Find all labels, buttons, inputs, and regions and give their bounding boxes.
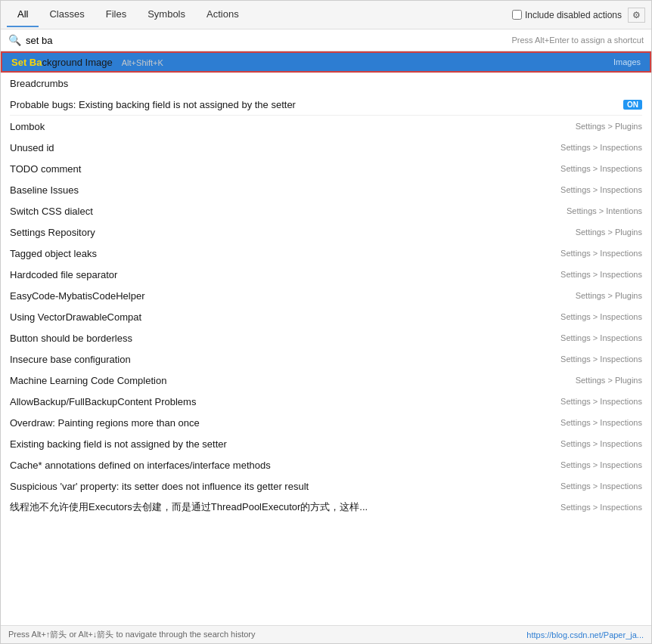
result-item-suspicious-var[interactable]: Suspicious 'var' property: its setter do… [1, 475, 651, 497]
result-name-lombok: Lombok [10, 121, 570, 132]
result-name-suspicious-var: Suspicious 'var' property: its setter do… [10, 481, 554, 492]
include-disabled-checkbox[interactable] [512, 10, 522, 20]
result-name-allowbackup: AllowBackup/FullBackupContent Problems [10, 396, 554, 407]
result-name-vectordrawablecompat: Using VectorDrawableCompat [10, 311, 554, 323]
result-path-allowbackup: Settings > Inspections [560, 397, 642, 406]
tab-all[interactable]: All [7, 2, 39, 27]
tab-right-controls: Include disabled actions ⚙ [512, 8, 645, 23]
result-path-settings-repository: Settings > Plugins [576, 228, 642, 237]
result-name-existing-backing-field: Existing backing field is not assigned b… [10, 438, 554, 450]
result-item-set-background-image[interactable]: Set Background Image Alt+Shift+K Images [1, 51, 651, 73]
gear-button[interactable]: ⚙ [628, 8, 645, 23]
result-item-button-borderless[interactable]: Button should be borderless Settings > I… [1, 327, 651, 348]
result-item-baseline-issues[interactable]: Baseline Issues Settings > Inspections [1, 179, 651, 200]
result-name-easycode: EasyCode-MybatisCodeHelper [10, 290, 570, 302]
result-name-todo-comment: TODO comment [10, 163, 554, 175]
result-name-machine-learning: Machine Learning Code Completion [10, 375, 570, 386]
results-list: Set Background Image Alt+Shift+K Images … [1, 51, 651, 625]
result-path-cache-annotations: Settings > Inspections [560, 460, 642, 469]
result-path-lombok: Settings > Plugins [576, 122, 642, 131]
result-path-switch-css-dialect: Settings > Intentions [567, 206, 642, 215]
result-name-baseline-issues: Baseline Issues [10, 184, 554, 196]
result-item-allowbackup[interactable]: AllowBackup/FullBackupContent Problems S… [1, 391, 651, 412]
result-name-rest: ckground Image [42, 57, 112, 68]
include-disabled-text: Include disabled actions [525, 10, 622, 20]
result-path-machine-learning: Settings > Plugins [576, 376, 642, 385]
result-name-set-background: Set Background Image Alt+Shift+K [11, 57, 607, 68]
result-item-insecure-base-config[interactable]: Insecure base configuration Settings > I… [1, 348, 651, 370]
result-name-insecure-base-config: Insecure base configuration [10, 354, 554, 365]
result-name-thread-pool: 线程池不允许使用Executors去创建，而是通过ThreadPoolExecu… [10, 500, 554, 514]
result-item-existing-backing-field[interactable]: Existing backing field is not assigned b… [1, 433, 651, 454]
result-item-tagged-object-leaks[interactable]: Tagged object leaks Settings > Inspectio… [1, 243, 651, 264]
result-path-existing-backing-field: Settings > Inspections [560, 439, 642, 448]
status-bar-left: Press Alt+↑箭头 or Alt+↓箭头 to navigate thr… [8, 629, 256, 640]
result-item-overdraw[interactable]: Overdraw: Painting regions more than onc… [1, 412, 651, 433]
main-container: All Classes Files Symbols Actions Includ… [0, 0, 652, 644]
result-item-settings-repository[interactable]: Settings Repository Settings > Plugins [1, 221, 651, 243]
result-item-switch-css-dialect[interactable]: Switch CSS dialect Settings > Intentions [1, 200, 651, 221]
result-item-cache-annotations[interactable]: Cache* annotations defined on interfaces… [1, 454, 651, 475]
result-name-settings-repository: Settings Repository [10, 227, 570, 238]
result-name-cache-annotations: Cache* annotations defined on interfaces… [10, 460, 554, 471]
result-item-todo-comment[interactable]: TODO comment Settings > Inspections [1, 158, 651, 179]
result-item-breadcrumbs[interactable]: Breadcrumbs [1, 73, 651, 94]
result-path-easycode: Settings > Plugins [576, 291, 642, 300]
on-badge: ON [623, 100, 642, 110]
result-name-switch-css-dialect: Switch CSS dialect [10, 206, 560, 217]
include-disabled-label[interactable]: Include disabled actions [512, 10, 622, 20]
result-path-button-borderless: Settings > Inspections [560, 333, 642, 342]
result-name-button-borderless: Button should be borderless [10, 333, 554, 344]
result-item-easycode[interactable]: EasyCode-MybatisCodeHelper Settings > Pl… [1, 285, 651, 306]
tab-bar: All Classes Files Symbols Actions Includ… [1, 1, 651, 29]
result-item-lombok[interactable]: Lombok Settings > Plugins [1, 116, 651, 137]
result-item-hardcoded-file-separator[interactable]: Hardcoded file separator Settings > Insp… [1, 264, 651, 285]
result-path-vectordrawablecompat: Settings > Inspections [560, 312, 642, 321]
result-path-images: Images [613, 57, 641, 67]
tab-files[interactable]: Files [95, 2, 137, 27]
result-name-hardcoded-file-separator: Hardcoded file separator [10, 269, 554, 280]
result-name-unused-id: Unused id [10, 142, 554, 153]
highlight-set-ba: Set Ba [11, 57, 42, 68]
shortcut-hint: Press Alt+Enter to assign a shortcut [511, 36, 644, 45]
result-name-tagged-object-leaks: Tagged object leaks [10, 248, 554, 259]
result-item-unused-id[interactable]: Unused id Settings > Inspections [1, 137, 651, 158]
result-path-tagged-object-leaks: Settings > Inspections [560, 249, 642, 258]
result-path-suspicious-var: Settings > Inspections [560, 481, 642, 491]
result-item-thread-pool[interactable]: 线程池不允许使用Executors去创建，而是通过ThreadPoolExecu… [1, 497, 651, 518]
tab-symbols[interactable]: Symbols [137, 2, 196, 27]
result-name-probable-bugs: Probable bugs: Existing backing field is… [10, 99, 617, 110]
result-path-hardcoded-file-separator: Settings > Inspections [560, 270, 642, 279]
result-item-vectordrawablecompat[interactable]: Using VectorDrawableCompat Settings > In… [1, 306, 651, 327]
search-input[interactable] [26, 35, 511, 46]
result-item-machine-learning[interactable]: Machine Learning Code Completion Setting… [1, 370, 651, 391]
result-path-overdraw: Settings > Inspections [560, 418, 642, 427]
result-name-breadcrumbs: Breadcrumbs [10, 78, 636, 89]
result-name-overdraw: Overdraw: Painting regions more than onc… [10, 417, 554, 429]
result-path-insecure-base-config: Settings > Inspections [560, 355, 642, 364]
result-path-thread-pool: Settings > Inspections [560, 503, 642, 512]
search-bar: 🔍 Press Alt+Enter to assign a shortcut [1, 29, 651, 51]
result-shortcut: Alt+Shift+K [120, 58, 163, 67]
search-icon: 🔍 [8, 34, 21, 46]
tab-actions[interactable]: Actions [196, 2, 250, 27]
result-path-todo-comment: Settings > Inspections [560, 164, 642, 173]
result-path-unused-id: Settings > Inspections [560, 143, 642, 152]
status-bar: Press Alt+↑箭头 or Alt+↓箭头 to navigate thr… [1, 625, 651, 643]
status-bar-right[interactable]: https://blog.csdn.net/Paper_ja... [526, 630, 644, 639]
result-item-probable-bugs[interactable]: Probable bugs: Existing backing field is… [1, 94, 651, 115]
tab-classes[interactable]: Classes [39, 2, 95, 27]
result-path-baseline-issues: Settings > Inspections [560, 185, 642, 194]
